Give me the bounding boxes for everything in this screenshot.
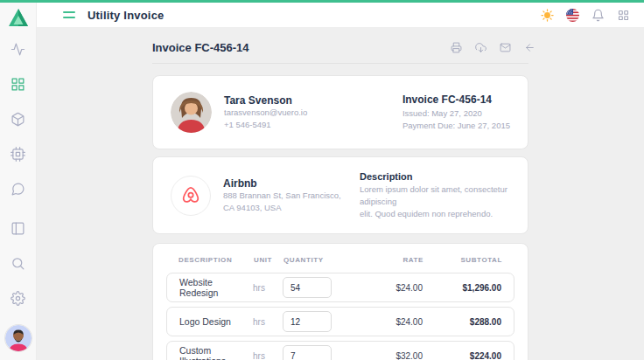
item-unit: hrs [253,351,283,360]
customer-photo [171,92,212,133]
sun-icon[interactable] [540,8,554,22]
description-line1: Lorem ipsum dolor sit amet, consectetur … [360,183,510,208]
customer-email: tarasvenson@vuero.io [224,107,307,119]
topbar-actions [540,8,630,22]
description-line2: elit. Quod equidem non reprehendo. [360,208,510,220]
panel-icon[interactable] [10,220,26,236]
item-description: Logo Design [179,316,253,327]
item-unit: hrs [253,283,283,293]
sidebar-top-group [10,41,26,197]
col-header-subtotal: SUBTOTAL [424,256,502,264]
item-description: Website Redesign [179,277,253,298]
top-accent-line [0,0,644,3]
cloud-download-icon[interactable] [475,42,486,53]
activity-icon[interactable] [10,41,26,57]
apps-grid-icon[interactable] [616,8,630,22]
quantity-input[interactable] [283,311,332,332]
us-flag-icon[interactable] [565,8,579,22]
search-icon[interactable] [10,255,26,271]
item-subtotal: $288.00 [423,317,501,327]
col-header-quantity: QUANTITY [284,256,362,264]
col-header-unit: UNIT [254,256,284,264]
company-name: Airbnb [223,177,341,190]
page-title: Utility Invoice [88,9,164,22]
table-row: Logo Design hrs $24.00 $288.00 [166,307,514,336]
bell-icon[interactable] [591,8,605,22]
line-items-card: DESCRIPTION UNIT QUANTITY RATE SUBTOTAL … [152,243,528,360]
item-rate: $32.00 [361,351,423,360]
quantity-input[interactable] [283,345,332,360]
arrow-left-icon[interactable] [524,42,536,53]
col-header-rate: RATE [362,256,424,264]
company-address-line2: CA 94103, USA [223,202,341,214]
item-subtotal: $1,296.00 [423,283,501,293]
customer-name: Tara Svenson [224,94,307,107]
item-unit: hrs [253,317,283,327]
company-card: Airbnb 888 Brannan St, San Francisco, CA… [152,156,528,234]
menu-toggle-icon[interactable] [63,10,77,20]
invoice-number: Invoice FC-456-14 [402,93,510,106]
company-address-line1: 888 Brannan St, San Francisco, [223,190,341,202]
mail-icon[interactable] [500,42,511,53]
item-rate: $24.00 [361,283,423,293]
customer-card: Tara Svenson tarasvenson@vuero.io +1 546… [152,75,528,149]
item-description: Custom Illustrations [179,345,253,360]
dashboard-grid-icon[interactable] [10,76,26,92]
invoice-page-header: Invoice FC-456-14 [152,36,528,64]
airbnb-logo-icon [171,176,211,216]
chat-icon[interactable] [10,181,26,197]
invoice-actions [451,42,536,53]
gear-icon[interactable] [10,290,26,306]
col-header-description: DESCRIPTION [178,256,254,264]
printer-icon[interactable] [451,42,462,53]
table-row: Website Redesign hrs $24.00 $1,296.00 [166,273,514,302]
customer-phone: +1 546-5491 [224,119,307,131]
user-avatar[interactable] [5,325,32,351]
sidebar [0,3,37,360]
cube-icon[interactable] [10,111,26,127]
app-logo-icon[interactable] [8,8,29,27]
invoice-title: Invoice FC-456-14 [152,41,249,54]
item-subtotal: $224.00 [423,351,501,360]
description-title: Description [360,171,510,182]
invoice-due-date: Payment Due: June 27, 2015 [402,120,510,132]
sidebar-bottom-group [5,220,32,360]
table-row: Custom Illustrations hrs $32.00 $224.00 [166,341,514,360]
item-rate: $24.00 [361,317,423,327]
invoice-issued-date: Issued: May 27, 2020 [402,107,510,120]
main-content: Invoice FC-456-14 [37,27,644,360]
cpu-icon[interactable] [10,146,26,162]
topbar: Utility Invoice [37,3,644,27]
table-header-row: DESCRIPTION UNIT QUANTITY RATE SUBTOTAL [166,254,514,273]
quantity-input[interactable] [283,277,332,298]
